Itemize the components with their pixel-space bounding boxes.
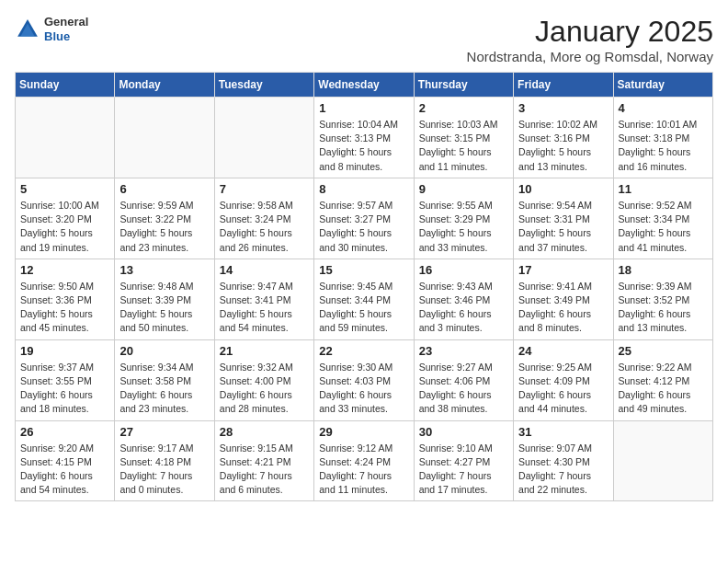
calendar-cell: 2Sunrise: 10:03 AM Sunset: 3:15 PM Dayli… (414, 98, 513, 178)
calendar-cell (613, 420, 712, 501)
day-number: 3 (518, 101, 608, 115)
day-info: Sunrise: 10:03 AM Sunset: 3:15 PM Daylig… (419, 118, 508, 174)
calendar-cell: 15Sunrise: 9:45 AM Sunset: 3:44 PM Dayli… (314, 259, 414, 339)
day-info: Sunrise: 9:39 AM Sunset: 3:52 PM Dayligh… (619, 280, 708, 336)
day-info: Sunrise: 9:22 AM Sunset: 4:12 PM Dayligh… (619, 361, 708, 417)
calendar-cell: 6Sunrise: 9:59 AM Sunset: 3:22 PM Daylig… (115, 178, 214, 259)
calendar-cell: 24Sunrise: 9:25 AM Sunset: 4:09 PM Dayli… (514, 339, 613, 420)
day-info: Sunrise: 9:57 AM Sunset: 3:27 PM Dayligh… (319, 199, 408, 255)
weekday-header: Wednesday (314, 73, 414, 98)
weekday-header: Tuesday (214, 73, 313, 98)
calendar-cell: 19Sunrise: 9:37 AM Sunset: 3:55 PM Dayli… (16, 339, 115, 420)
day-info: Sunrise: 9:58 AM Sunset: 3:24 PM Dayligh… (220, 199, 309, 255)
day-number: 4 (619, 101, 708, 115)
day-number: 8 (319, 182, 408, 196)
day-number: 6 (119, 182, 209, 196)
day-info: Sunrise: 9:30 AM Sunset: 4:03 PM Dayligh… (319, 361, 408, 417)
calendar-cell: 25Sunrise: 9:22 AM Sunset: 4:12 PM Dayli… (613, 339, 712, 420)
calendar-cell (115, 98, 214, 178)
day-info: Sunrise: 9:10 AM Sunset: 4:27 PM Dayligh… (419, 442, 508, 498)
day-number: 14 (220, 263, 309, 277)
day-info: Sunrise: 9:59 AM Sunset: 3:22 PM Dayligh… (119, 199, 209, 255)
day-info: Sunrise: 9:47 AM Sunset: 3:41 PM Dayligh… (220, 280, 309, 336)
calendar-cell: 7Sunrise: 9:58 AM Sunset: 3:24 PM Daylig… (214, 178, 313, 259)
calendar-cell: 28Sunrise: 9:15 AM Sunset: 4:21 PM Dayli… (214, 420, 313, 501)
weekday-header: Sunday (16, 73, 115, 98)
month-year: January 2025 (467, 15, 713, 49)
day-number: 30 (419, 425, 508, 439)
day-number: 15 (319, 263, 408, 277)
calendar-cell: 13Sunrise: 9:48 AM Sunset: 3:39 PM Dayli… (115, 259, 214, 339)
calendar-cell: 27Sunrise: 9:17 AM Sunset: 4:18 PM Dayli… (115, 420, 214, 501)
day-info: Sunrise: 9:54 AM Sunset: 3:31 PM Dayligh… (518, 199, 608, 255)
day-info: Sunrise: 9:37 AM Sunset: 3:55 PM Dayligh… (20, 361, 109, 417)
day-number: 22 (319, 344, 408, 358)
day-info: Sunrise: 10:02 AM Sunset: 3:16 PM Daylig… (518, 118, 608, 174)
calendar-cell: 10Sunrise: 9:54 AM Sunset: 3:31 PM Dayli… (514, 178, 613, 259)
week-row-4: 26Sunrise: 9:20 AM Sunset: 4:15 PM Dayli… (16, 420, 713, 501)
weekday-header: Monday (115, 73, 214, 98)
day-number: 31 (518, 425, 608, 439)
day-number: 5 (20, 182, 109, 196)
day-number: 26 (20, 425, 109, 439)
day-info: Sunrise: 9:12 AM Sunset: 4:24 PM Dayligh… (319, 442, 408, 498)
day-info: Sunrise: 9:43 AM Sunset: 3:46 PM Dayligh… (419, 280, 508, 336)
week-row-0: 1Sunrise: 10:04 AM Sunset: 3:13 PM Dayli… (16, 98, 713, 178)
location: Nordstranda, More og Romsdal, Norway (467, 49, 713, 64)
day-info: Sunrise: 10:04 AM Sunset: 3:13 PM Daylig… (319, 118, 408, 174)
logo-general: General (44, 15, 88, 29)
day-number: 1 (319, 101, 408, 115)
weekday-header: Thursday (414, 73, 513, 98)
calendar-cell: 30Sunrise: 9:10 AM Sunset: 4:27 PM Dayli… (414, 420, 513, 501)
week-row-3: 19Sunrise: 9:37 AM Sunset: 3:55 PM Dayli… (16, 339, 713, 420)
day-number: 18 (619, 263, 708, 277)
week-row-1: 5Sunrise: 10:00 AM Sunset: 3:20 PM Dayli… (16, 178, 713, 259)
week-row-2: 12Sunrise: 9:50 AM Sunset: 3:36 PM Dayli… (16, 259, 713, 339)
day-number: 10 (518, 182, 608, 196)
calendar-cell: 1Sunrise: 10:04 AM Sunset: 3:13 PM Dayli… (314, 98, 414, 178)
calendar-cell: 5Sunrise: 10:00 AM Sunset: 3:20 PM Dayli… (16, 178, 115, 259)
calendar-cell: 4Sunrise: 10:01 AM Sunset: 3:18 PM Dayli… (613, 98, 712, 178)
day-number: 20 (119, 344, 209, 358)
calendar-cell: 12Sunrise: 9:50 AM Sunset: 3:36 PM Dayli… (16, 259, 115, 339)
day-number: 12 (20, 263, 109, 277)
day-info: Sunrise: 9:55 AM Sunset: 3:29 PM Dayligh… (419, 199, 508, 255)
calendar-cell: 16Sunrise: 9:43 AM Sunset: 3:46 PM Dayli… (414, 259, 513, 339)
day-info: Sunrise: 9:07 AM Sunset: 4:30 PM Dayligh… (518, 442, 608, 498)
day-number: 23 (419, 344, 508, 358)
day-info: Sunrise: 9:25 AM Sunset: 4:09 PM Dayligh… (518, 361, 608, 417)
calendar-cell: 23Sunrise: 9:27 AM Sunset: 4:06 PM Dayli… (414, 339, 513, 420)
day-number: 11 (619, 182, 708, 196)
calendar-cell: 29Sunrise: 9:12 AM Sunset: 4:24 PM Dayli… (314, 420, 414, 501)
day-info: Sunrise: 10:01 AM Sunset: 3:18 PM Daylig… (619, 118, 708, 174)
calendar-cell (16, 98, 115, 178)
day-info: Sunrise: 9:34 AM Sunset: 3:58 PM Dayligh… (119, 361, 209, 417)
day-number: 29 (319, 425, 408, 439)
logo-icon (15, 17, 40, 42)
day-info: Sunrise: 9:41 AM Sunset: 3:49 PM Dayligh… (518, 280, 608, 336)
day-info: Sunrise: 9:50 AM Sunset: 3:36 PM Dayligh… (20, 280, 109, 336)
day-number: 7 (220, 182, 309, 196)
calendar-cell: 18Sunrise: 9:39 AM Sunset: 3:52 PM Dayli… (613, 259, 712, 339)
calendar-cell: 17Sunrise: 9:41 AM Sunset: 3:49 PM Dayli… (514, 259, 613, 339)
calendar-cell: 26Sunrise: 9:20 AM Sunset: 4:15 PM Dayli… (16, 420, 115, 501)
day-number: 21 (220, 344, 309, 358)
calendar-cell: 8Sunrise: 9:57 AM Sunset: 3:27 PM Daylig… (314, 178, 414, 259)
day-number: 28 (220, 425, 309, 439)
calendar-cell: 31Sunrise: 9:07 AM Sunset: 4:30 PM Dayli… (514, 420, 613, 501)
day-info: Sunrise: 10:00 AM Sunset: 3:20 PM Daylig… (20, 199, 109, 255)
day-number: 19 (20, 344, 109, 358)
logo: General Blue (15, 15, 88, 43)
day-number: 9 (419, 182, 508, 196)
day-number: 24 (518, 344, 608, 358)
day-number: 27 (119, 425, 209, 439)
calendar-cell: 20Sunrise: 9:34 AM Sunset: 3:58 PM Dayli… (115, 339, 214, 420)
day-number: 2 (419, 101, 508, 115)
calendar-cell: 3Sunrise: 10:02 AM Sunset: 3:16 PM Dayli… (514, 98, 613, 178)
weekday-header-row: SundayMondayTuesdayWednesdayThursdayFrid… (16, 73, 713, 98)
calendar-cell: 14Sunrise: 9:47 AM Sunset: 3:41 PM Dayli… (214, 259, 313, 339)
day-info: Sunrise: 9:17 AM Sunset: 4:18 PM Dayligh… (119, 442, 209, 498)
day-number: 25 (619, 344, 708, 358)
calendar-cell: 21Sunrise: 9:32 AM Sunset: 4:00 PM Dayli… (214, 339, 313, 420)
day-info: Sunrise: 9:15 AM Sunset: 4:21 PM Dayligh… (220, 442, 309, 498)
